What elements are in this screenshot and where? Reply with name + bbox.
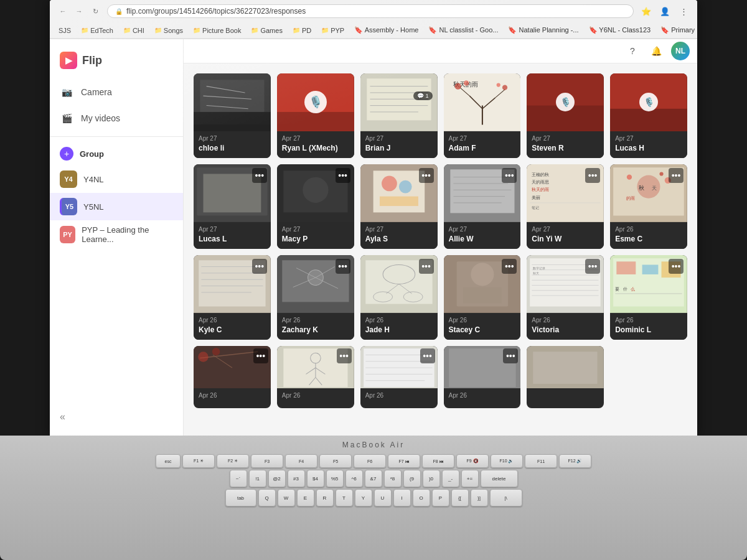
- key-0[interactable]: )0: [423, 470, 440, 487]
- key-9[interactable]: (9: [403, 470, 421, 487]
- sidebar-item-y4nl[interactable]: Y4 Y4NL: [50, 166, 183, 193]
- bookmark-pd[interactable]: 📁 PD: [290, 26, 314, 35]
- video-menu-button[interactable]: •••: [502, 259, 517, 274]
- key-r[interactable]: R: [316, 489, 334, 506]
- video-card-ryan-l[interactable]: 🎙️ Apr 27 Ryan L (XMech): [277, 73, 354, 158]
- key-3[interactable]: #3: [288, 470, 305, 487]
- video-card-zachary-k[interactable]: ••• Apr 26 Zachary K: [277, 255, 354, 340]
- key-bracket-l[interactable]: {[: [451, 489, 469, 506]
- key-5[interactable]: %5: [326, 470, 344, 487]
- video-card-chloe-li[interactable]: Apr 27 chloe li: [194, 73, 271, 158]
- user-avatar-button[interactable]: NL: [671, 42, 690, 60]
- key-w[interactable]: W: [278, 489, 295, 506]
- key-8[interactable]: *8: [384, 470, 402, 487]
- key-f7[interactable]: F7 ⏮: [388, 454, 420, 468]
- video-card-esme-c[interactable]: 秋 天 的雨 ••• Apr 26: [610, 164, 687, 249]
- video-card-stacey-c[interactable]: ••• Apr 26 Stacey C: [444, 255, 521, 340]
- key-f11[interactable]: F11: [525, 454, 557, 468]
- key-f12[interactable]: F12 🔊: [559, 454, 591, 468]
- video-menu-button[interactable]: •••: [336, 168, 350, 183]
- help-button[interactable]: ?: [624, 42, 641, 60]
- address-bar[interactable]: 🔒 flip.com/groups/14514266/topics/362270…: [107, 4, 634, 18]
- key-bracket-r[interactable]: }]: [471, 489, 488, 506]
- video-card-ayla-s[interactable]: ••• Apr 27 Ayla S: [360, 164, 438, 249]
- video-menu-button[interactable]: •••: [669, 168, 684, 183]
- key-minus[interactable]: _-: [442, 470, 459, 487]
- video-menu-button[interactable]: •••: [419, 259, 434, 274]
- video-card-allie-w[interactable]: ••• Apr 27 Allie W: [444, 164, 521, 249]
- key-6[interactable]: ^6: [345, 470, 363, 487]
- key-f1[interactable]: F1 ☀: [182, 454, 215, 468]
- key-esc[interactable]: esc: [156, 454, 181, 468]
- key-f9[interactable]: F9 🔇: [456, 454, 489, 468]
- key-p[interactable]: P: [432, 489, 449, 506]
- video-menu-button[interactable]: •••: [420, 348, 435, 363]
- video-card-macy-p[interactable]: ••• Apr 27 Macy P: [277, 164, 354, 249]
- video-menu-button[interactable]: •••: [585, 168, 600, 183]
- key-o[interactable]: O: [413, 489, 430, 506]
- video-card-kyle-c[interactable]: ••• Apr 26 Kyle C: [194, 255, 271, 340]
- video-menu-button[interactable]: •••: [503, 348, 518, 363]
- collapse-sidebar-button[interactable]: «: [50, 405, 183, 429]
- bookmark-nl-classlist[interactable]: 🔖 NL classlist - Goo...: [426, 25, 500, 35]
- key-f10[interactable]: F10 🔉: [491, 454, 523, 468]
- video-menu-button[interactable]: •••: [253, 348, 268, 363]
- key-equals[interactable]: +=: [461, 470, 479, 487]
- sidebar-item-y5nl[interactable]: Y5 Y5NL: [50, 193, 183, 220]
- video-card-victoria[interactable]: 数字记录 秋天 ••• Apr 26 Victoria: [527, 255, 604, 340]
- video-card-cin-yi-w[interactable]: 王楠的秋 天的雨思 秋天的雨 美丽 笔记 ••• Apr 27 Cin: [527, 164, 604, 249]
- sidebar-item-camera[interactable]: 📷 Camera: [50, 79, 183, 105]
- key-backslash[interactable]: |\: [490, 489, 522, 506]
- video-card-brian-j[interactable]: 💬 1 Apr 27 Brian J: [360, 73, 438, 158]
- bookmark-songs[interactable]: 📁 Songs: [152, 26, 186, 35]
- video-card-partial-2[interactable]: ••• Apr 26: [277, 346, 354, 408]
- notification-button[interactable]: 🔔: [647, 42, 665, 60]
- bookmark-pyp[interactable]: 📁 PYP: [319, 26, 347, 35]
- video-menu-button[interactable]: •••: [252, 259, 267, 274]
- sidebar-group-header[interactable]: + Group: [50, 142, 183, 166]
- bookmark-y6nl[interactable]: 🔖 Y6NL - Class123: [586, 25, 654, 35]
- extensions-button[interactable]: ⭐: [639, 4, 654, 19]
- video-menu-button[interactable]: •••: [502, 168, 517, 183]
- bookmark-games[interactable]: 📁 Games: [248, 26, 284, 35]
- key-1[interactable]: !1: [249, 470, 266, 487]
- refresh-button[interactable]: ↻: [88, 4, 102, 18]
- key-f8[interactable]: F8 ⏭: [422, 454, 454, 468]
- video-card-partial-1[interactable]: ••• Apr 26: [194, 346, 271, 408]
- key-4[interactable]: $4: [307, 470, 324, 487]
- profile-button[interactable]: 👤: [657, 4, 672, 19]
- key-2[interactable]: @2: [268, 470, 286, 487]
- video-card-lucas-h[interactable]: 🎙️ Apr 27 Lucas H: [610, 73, 687, 158]
- key-7[interactable]: &7: [365, 470, 382, 487]
- back-button[interactable]: ←: [56, 4, 70, 18]
- key-e[interactable]: E: [297, 489, 314, 506]
- sidebar-item-myvideos[interactable]: 🎬 My videos: [50, 105, 183, 131]
- video-menu-button[interactable]: •••: [669, 259, 684, 274]
- bookmark-chi[interactable]: 📁 CHI: [121, 26, 147, 35]
- bookmark-edtech[interactable]: 📁 EdTech: [78, 26, 116, 35]
- key-i[interactable]: I: [393, 489, 411, 506]
- key-q[interactable]: Q: [258, 489, 276, 506]
- video-card-partial-5[interactable]: [527, 346, 604, 408]
- video-menu-button[interactable]: •••: [337, 348, 352, 363]
- video-card-steven-r[interactable]: 🎙️ Apr 27 Steven R: [527, 73, 604, 158]
- add-group-button[interactable]: +: [60, 147, 73, 161]
- key-u[interactable]: U: [374, 489, 392, 506]
- video-card-dominic-l[interactable]: 要 什 么 ••• Apr 26 Dominic L: [610, 255, 687, 340]
- video-menu-button[interactable]: •••: [585, 259, 600, 274]
- bookmark-picturebook[interactable]: 📁 Picture Book: [190, 26, 243, 35]
- key-f3[interactable]: F3: [251, 454, 283, 468]
- key-f6[interactable]: F6: [354, 454, 386, 468]
- video-card-lucas-l[interactable]: ••• Apr 27 Lucas L: [194, 164, 271, 249]
- key-f4[interactable]: F4: [285, 454, 317, 468]
- key-tab[interactable]: tab: [225, 489, 256, 506]
- key-y[interactable]: Y: [355, 489, 372, 506]
- bookmark-natalie[interactable]: 🔖 Natalie Planning -...: [505, 25, 581, 35]
- key-t[interactable]: T: [336, 489, 353, 506]
- forward-button[interactable]: →: [72, 4, 86, 18]
- key-backtick[interactable]: ~`: [230, 470, 247, 487]
- video-menu-button[interactable]: •••: [336, 259, 350, 274]
- video-card-adam-f[interactable]: 秋天的雨: [444, 73, 521, 158]
- video-card-partial-4[interactable]: ••• Apr 26: [444, 346, 521, 408]
- key-backspace[interactable]: delete: [481, 470, 518, 487]
